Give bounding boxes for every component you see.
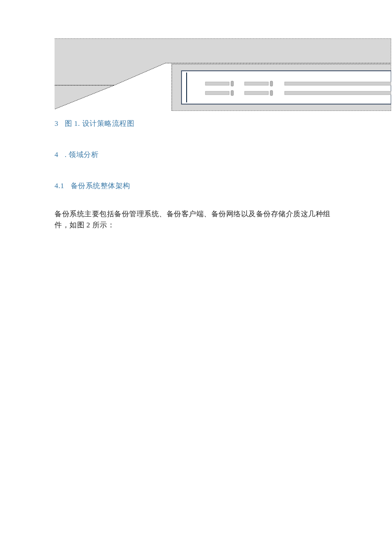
svg-rect-8 xyxy=(270,81,273,86)
svg-rect-3 xyxy=(182,71,391,104)
svg-rect-14 xyxy=(285,91,391,95)
figure-1-diagram xyxy=(55,38,391,111)
section-title: . 领域分析 xyxy=(65,151,99,159)
figure-1-caption: 3 图 1. 设计策略流程图 xyxy=(55,119,337,128)
body-paragraph: 备份系统主要包括备份管理系统、备份客户端、备份网络以及备份存储介质这几种组件，如… xyxy=(55,209,337,231)
caption-number: 3 xyxy=(55,119,58,128)
svg-rect-7 xyxy=(245,82,268,85)
svg-rect-6 xyxy=(231,81,233,86)
svg-rect-11 xyxy=(231,90,233,96)
svg-rect-10 xyxy=(205,91,229,95)
section-4-heading: 4 . 领域分析 xyxy=(55,150,337,160)
section-number: 4 xyxy=(55,151,58,159)
subsection-title: 备份系统整体架构 xyxy=(71,182,130,190)
subsection-number: 4.1 xyxy=(55,182,64,190)
section-4-1-heading: 4.1 备份系统整体架构 xyxy=(55,181,337,191)
svg-rect-13 xyxy=(270,90,273,96)
svg-rect-5 xyxy=(205,82,229,85)
svg-marker-1 xyxy=(55,85,114,111)
svg-rect-12 xyxy=(245,91,268,95)
svg-rect-9 xyxy=(285,82,391,85)
caption-text: 图 1. 设计策略流程图 xyxy=(65,119,134,128)
